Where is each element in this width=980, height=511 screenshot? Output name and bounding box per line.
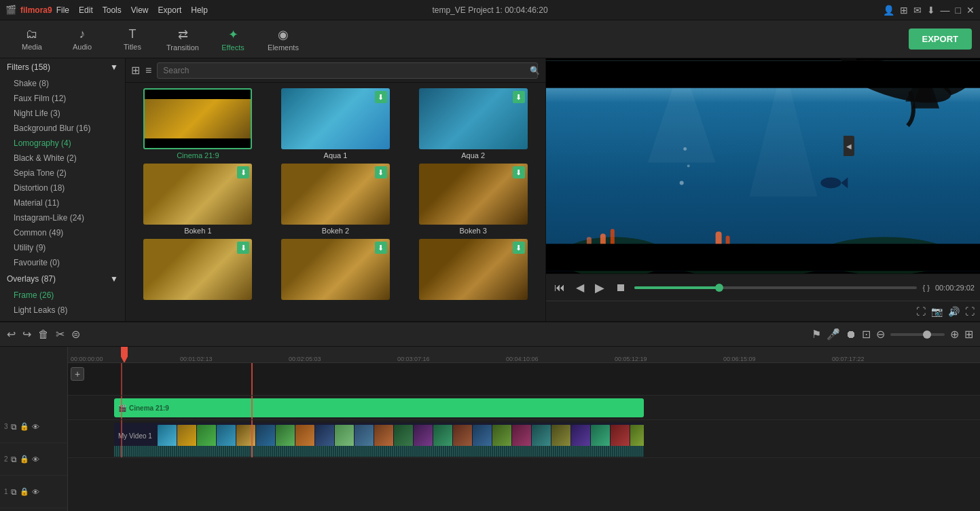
sidebar-item-night-life[interactable]: Night Life (3)	[0, 106, 125, 121]
download-icon[interactable]: ⬇	[927, 5, 935, 16]
menu-view[interactable]: View	[131, 5, 149, 15]
media-button[interactable]: 🗂 Media	[8, 22, 56, 56]
effect-thumb-aqua2[interactable]: ⬇	[419, 88, 528, 149]
mail-icon[interactable]: ✉	[913, 5, 922, 16]
effect-thumb-aqua1[interactable]: ⬇	[281, 88, 390, 149]
cut-button[interactable]: ✂	[56, 328, 65, 341]
menu-tools[interactable]: Tools	[103, 5, 122, 15]
effect-aqua-1[interactable]: ⬇ Aqua 1	[269, 88, 403, 159]
effect-cinema-21-9[interactable]: Cinema 21:9	[131, 88, 265, 159]
record-icon[interactable]: ⏺	[846, 328, 856, 341]
track-2-eye-icon[interactable]: 👁	[32, 455, 39, 463]
effect-bokeh-1[interactable]: ⬇ Bokeh 1	[131, 164, 265, 235]
timeline-flag-icon[interactable]: ⚑	[812, 328, 821, 341]
minus-zoom-icon[interactable]: ⊖	[876, 328, 885, 341]
download-icon-aqua2[interactable]: ⬇	[513, 91, 525, 103]
sidebar-item-sepia-tone[interactable]: Sepia Tone (2)	[0, 166, 125, 181]
sidebar-item-faux-film[interactable]: Faux Film (12)	[0, 91, 125, 106]
titles-button[interactable]: T Titles	[109, 22, 156, 56]
menu-help[interactable]: Help	[191, 5, 208, 15]
track-3-eye-icon[interactable]: 👁	[32, 423, 39, 431]
sidebar-item-shake[interactable]: Shake (8)	[0, 76, 125, 91]
speed-icon[interactable]: ⊡	[862, 328, 871, 341]
sidebar-item-common[interactable]: Common (49)	[0, 225, 125, 240]
sidebar-item-background-blur[interactable]: Background Blur (16)	[0, 121, 125, 136]
effect-row3-2[interactable]: ⬇	[269, 239, 403, 302]
close-button[interactable]: ✕	[966, 5, 975, 16]
sidebar-item-favourite[interactable]: Favourite (0)	[0, 255, 125, 270]
filters-section-header[interactable]: Filters (158) ▼	[0, 58, 125, 76]
effect-thumb-r2[interactable]: ⬇	[281, 239, 390, 300]
track-1-eye-icon[interactable]: 👁	[32, 488, 39, 496]
redo-button[interactable]: ↪	[22, 328, 31, 341]
delete-button[interactable]: 🗑	[38, 328, 49, 341]
download-icon-bokeh1[interactable]: ⬇	[237, 166, 249, 178]
effect-thumb-cinema[interactable]	[143, 88, 252, 149]
download-icon-r1[interactable]: ⬇	[237, 242, 249, 254]
download-icon-r2[interactable]: ⬇	[375, 242, 387, 254]
screen-resize-icon[interactable]: ⛶	[916, 306, 926, 317]
plus-zoom-icon[interactable]: ⊕	[950, 328, 959, 341]
grid-icon[interactable]: ⊞	[900, 5, 908, 16]
sidebar-item-frame[interactable]: Frame (26)	[0, 288, 125, 303]
skip-back-button[interactable]: ⏮	[551, 279, 568, 297]
effect-bokeh-2[interactable]: ⬇ Bokeh 2	[269, 164, 403, 235]
sidebar-item-instagram[interactable]: Instagram-Like (24)	[0, 210, 125, 225]
sidebar-item-utility[interactable]: Utility (9)	[0, 240, 125, 255]
volume-icon[interactable]: 🔊	[948, 306, 960, 317]
add-media-icon[interactable]: ⊞	[964, 328, 973, 341]
menu-edit[interactable]: Edit	[79, 5, 93, 15]
adjust-button[interactable]: ⊜	[71, 328, 80, 341]
mic-icon[interactable]: 🎤	[827, 328, 840, 341]
zoom-slider[interactable]	[890, 333, 945, 336]
add-track-button[interactable]: +	[71, 367, 84, 381]
download-icon-r3[interactable]: ⬇	[513, 242, 525, 254]
download-icon-bokeh2[interactable]: ⬇	[375, 166, 387, 178]
sidebar-item-black-white[interactable]: Black & White (2)	[0, 151, 125, 166]
effect-thumb-bokeh2[interactable]: ⬇	[281, 164, 390, 225]
sidebar-item-lomography[interactable]: Lomography (4)	[0, 136, 125, 151]
clip-cinema-21-9[interactable]: 🎬 Cinema 21:9	[114, 398, 644, 417]
clip-video-1[interactable]: My Video 1	[114, 423, 644, 449]
effect-thumb-r3[interactable]: ⬇	[419, 239, 528, 300]
track-2-lock-icon[interactable]: 🔒	[20, 455, 29, 463]
search-input[interactable]	[157, 62, 538, 79]
effects-button[interactable]: ✦ Effects	[209, 22, 257, 56]
minimize-button[interactable]: —	[941, 5, 950, 16]
maximize-button[interactable]: □	[956, 5, 961, 16]
undo-button[interactable]: ↩	[7, 328, 16, 341]
sidebar-item-light-leaks[interactable]: Light Leaks (8)	[0, 303, 125, 318]
track-3-lock-icon[interactable]: 🔒	[20, 422, 29, 431]
effect-aqua-2[interactable]: ⬇ Aqua 2	[406, 88, 540, 159]
progress-bar[interactable]	[634, 286, 917, 289]
transition-button[interactable]: ⇄ Transition	[159, 22, 206, 56]
sidebar-item-bokeh-blurs[interactable]: Bokeh Blurs (10)	[0, 318, 125, 321]
overlays-section-header[interactable]: Overlays (87) ▼	[0, 270, 125, 288]
elements-button[interactable]: ◉ Elements	[259, 22, 307, 56]
grid-view-icon[interactable]: ⊞	[131, 64, 140, 77]
user-icon[interactable]: 👤	[883, 5, 894, 16]
snapshot-icon[interactable]: 📷	[931, 306, 943, 317]
play-button[interactable]: ▶	[592, 278, 607, 298]
menu-file[interactable]: File	[56, 5, 69, 15]
step-back-button[interactable]: ◀	[573, 278, 587, 297]
progress-thumb[interactable]	[715, 284, 723, 292]
track-1-lock-icon[interactable]: 🔒	[20, 487, 29, 496]
list-view-icon[interactable]: ≡	[145, 64, 151, 77]
effect-thumb-bokeh1[interactable]: ⬇	[143, 164, 252, 225]
sidebar-item-distortion[interactable]: Distortion (18)	[0, 181, 125, 195]
effect-row3-3[interactable]: ⬇	[406, 239, 540, 302]
menu-export[interactable]: Export	[158, 5, 182, 15]
download-icon-bokeh3[interactable]: ⬇	[513, 166, 525, 178]
effect-thumb-r1[interactable]: ⬇	[143, 239, 252, 300]
fullscreen-icon[interactable]: ⛶	[965, 306, 975, 317]
stop-button[interactable]: ⏹	[613, 279, 629, 297]
download-icon-aqua1[interactable]: ⬇	[375, 91, 387, 103]
effect-thumb-bokeh3[interactable]: ⬇	[419, 164, 528, 225]
export-button[interactable]: EXPORT	[909, 29, 972, 50]
effect-row3-1[interactable]: ⬇	[131, 239, 265, 302]
timeline-ruler[interactable]: 00:00:00:00 00:01:02:13 00:02:05:03 00:0…	[68, 347, 980, 363]
zoom-thumb[interactable]	[923, 330, 931, 339]
effect-bokeh-3[interactable]: ⬇ Bokeh 3	[406, 164, 540, 235]
sidebar-item-material[interactable]: Material (11)	[0, 195, 125, 210]
